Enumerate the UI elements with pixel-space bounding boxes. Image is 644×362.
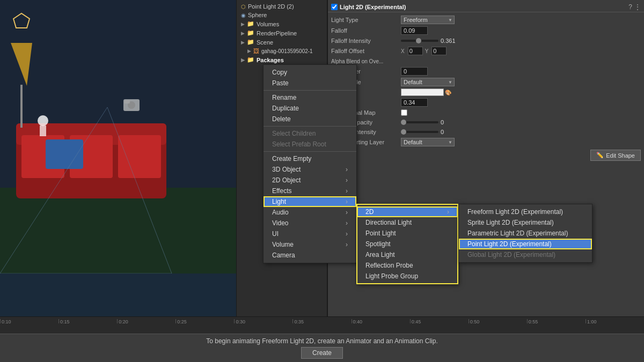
folder-icon: 📁 — [247, 20, 254, 27]
ctx-delete[interactable]: Delete — [264, 114, 356, 124]
sorting-layer-select[interactable]: Default — [401, 138, 455, 146]
svg-point-14 — [38, 115, 48, 126]
intensity-row: Intensity — [328, 97, 644, 108]
img-icon: 🖼 — [253, 48, 259, 54]
ctx-rename[interactable]: Rename — [264, 92, 356, 103]
timeline-mark-10: 1:00 — [586, 319, 644, 323]
falloff-input[interactable] — [401, 26, 428, 35]
ctx-global-light[interactable]: Global Light 2D (Experimental) — [459, 249, 592, 260]
bottom-bar: To begin animating Freeform Light 2D, cr… — [0, 334, 644, 362]
ctx-light-2d[interactable]: 2D › — [357, 206, 458, 217]
hierarchy-item-pointlight2d[interactable]: ⬡ Point Light 2D (2) — [237, 2, 327, 11]
timeline-mark-6: 0:40 — [352, 319, 410, 323]
ctx-video[interactable]: Video › — [264, 218, 356, 228]
submenu-2d: Freeform Light 2D (Experimental) Sprite … — [458, 204, 592, 263]
light-order-row: Light Order — [328, 66, 644, 77]
shadow-intensity-row: Shadow Intensity 0 — [328, 127, 644, 137]
ctx-directional-light[interactable]: Directional Light — [357, 217, 458, 228]
blend-style-select[interactable]: Default — [401, 78, 455, 86]
ctx-point-light-2d[interactable]: Point Light 2D (Experimental) — [459, 239, 592, 249]
ctx-effects[interactable]: Effects › — [264, 186, 356, 196]
volume-opacity-row: Volume Opacity 0 — [328, 117, 644, 127]
blend-style-row: Blend Style Default — [328, 77, 644, 87]
light-type-dropdown-wrapper[interactable]: Freeform — [401, 16, 455, 24]
ctx-ui[interactable]: UI › — [264, 228, 356, 239]
timeline-mark-4: 0:30 — [234, 319, 292, 323]
submenu-arrow-ui: › — [346, 230, 348, 238]
y-label: Y — [425, 48, 429, 54]
shadow-intensity-value: 0 — [441, 129, 444, 135]
offset-x-input[interactable] — [408, 47, 423, 55]
alpha-blend-label: Alpha Blend on Ove... — [331, 58, 401, 64]
ctx-select-children: Select Children — [264, 128, 356, 139]
ctx-volume[interactable]: Volume › — [264, 239, 356, 250]
overflow-icon[interactable]: ⋮ — [634, 3, 641, 11]
scene-view[interactable] — [0, 0, 236, 316]
ctx-area-light[interactable]: Area Light — [357, 249, 458, 260]
bottom-message: To begin animating Freeform Light 2D, cr… — [206, 337, 438, 345]
submenu-arrow-audio: › — [346, 209, 348, 216]
color-picker-icon[interactable]: 🎨 — [445, 90, 451, 95]
ctx-point-light[interactable]: Point Light — [357, 228, 458, 239]
offset-y-input[interactable] — [431, 47, 447, 55]
falloff-label: Falloff — [331, 27, 401, 34]
arrow-icon: ▶ — [241, 57, 245, 63]
light-order-input[interactable] — [401, 67, 428, 76]
active-checkbox[interactable] — [331, 4, 338, 10]
ctx-3d-object[interactable]: 3D Object › — [264, 164, 356, 175]
submenu-arrow-effects: › — [346, 187, 348, 195]
falloff-offset-row: Falloff Offset X Y — [328, 46, 644, 56]
hierarchy-item-scene[interactable]: ▶ 📁 Scene — [237, 38, 327, 47]
inspector-header: Light 2D (Experimental) ? ⋮ — [328, 2, 644, 12]
timeline-mark-2: 0:20 — [117, 319, 175, 323]
hierarchy-item-sphere[interactable]: ◉ Sphere — [237, 11, 327, 19]
falloff-intensity-value: 0.361 — [441, 38, 456, 44]
ctx-spotlight[interactable]: Spotlight — [357, 239, 458, 249]
ctx-light[interactable]: Light › — [264, 196, 356, 207]
question-icon[interactable]: ? — [628, 3, 632, 11]
color-row: Color 🎨 — [328, 87, 644, 97]
svg-rect-15 — [40, 125, 46, 136]
shadow-intensity-slider[interactable] — [401, 131, 438, 133]
ctx-paste[interactable]: Paste — [264, 78, 356, 88]
create-button[interactable]: Create — [301, 347, 343, 359]
timeline-mark-3: 0:25 — [175, 319, 234, 323]
color-swatch[interactable] — [401, 88, 444, 96]
falloff-row: Falloff — [328, 25, 644, 36]
arrow-icon: ▶ — [241, 31, 245, 36]
ctx-parametric-light[interactable]: Parametric Light 2D (Experimental) — [459, 228, 592, 239]
submenu-arrow-2d: › — [346, 176, 348, 184]
ctx-freeform-light[interactable]: Freeform Light 2D (Experimental) — [459, 206, 592, 217]
timeline-ruler: 0:10 0:15 0:20 0:25 0:30 0:35 0:40 0:45 … — [0, 317, 644, 334]
ctx-reflection-probe[interactable]: Reflection Probe — [357, 260, 458, 271]
ctx-sep3 — [264, 151, 356, 152]
ctx-light-probe-group[interactable]: Light Probe Group — [357, 271, 458, 282]
hierarchy-item-renderpipeline[interactable]: ▶ 📁 RenderPipeline — [237, 28, 327, 38]
ctx-sprite-light[interactable]: Sprite Light 2D (Experimental) — [459, 217, 592, 228]
svg-rect-10 — [46, 139, 83, 169]
edit-shape-button[interactable]: ✏️ Edit Shape — [590, 150, 641, 161]
ctx-audio[interactable]: Audio › — [264, 207, 356, 218]
hierarchy-item-gahag[interactable]: ▶ 🖼 gahag-0013595002-1 — [237, 47, 327, 55]
submenu-arrow-3d: › — [346, 166, 348, 173]
intensity-input[interactable] — [401, 98, 428, 107]
light-type-select[interactable]: Freeform — [401, 16, 455, 24]
use-normal-map-checkbox[interactable] — [401, 109, 407, 116]
sorting-layer-dropdown-wrapper[interactable]: Default — [401, 138, 455, 146]
hierarchy-item-packages[interactable]: ▶ 📁 Packages — [237, 55, 327, 64]
ctx-camera[interactable]: Camera — [264, 250, 356, 261]
inspector-title: Light 2D (Experimental) — [340, 4, 406, 10]
timeline-mark-0: 0:10 — [0, 319, 58, 323]
arrow-icon: ▶ — [241, 21, 245, 27]
ctx-duplicate[interactable]: Duplicate — [264, 103, 356, 114]
ctx-copy[interactable]: Copy — [264, 67, 356, 78]
falloff-offset-label: Falloff Offset — [331, 48, 401, 54]
ctx-create-empty[interactable]: Create Empty — [264, 153, 356, 164]
arrow-icon: ▶ — [247, 48, 251, 54]
hierarchy-item-volumes[interactable]: ▶ 📁 Volumes — [237, 19, 327, 28]
blend-style-dropdown-wrapper[interactable]: Default — [401, 78, 455, 86]
falloff-intensity-slider[interactable] — [401, 40, 438, 42]
x-label: X — [401, 48, 405, 54]
ctx-2d-object[interactable]: 2D Object › — [264, 175, 356, 186]
volume-opacity-slider[interactable] — [401, 121, 438, 123]
